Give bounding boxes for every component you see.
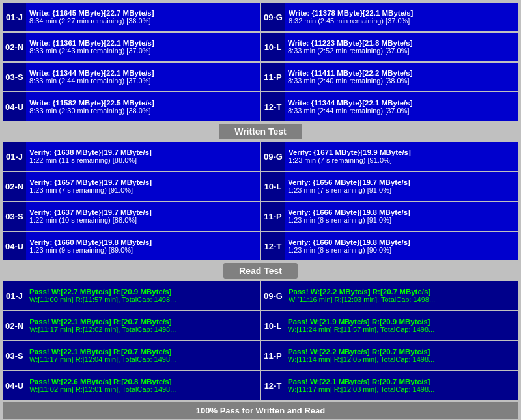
device-line1: Write: {11223 MByte}[21.8 MByte/s] [288,39,515,47]
device-line2: 8:33 min (2:44 min remaining) [37.0%] [288,107,515,115]
device-line2: 8:33 min (2:40 min remaining) [38.0%] [288,77,515,85]
device-cell: 02-NWrite: {11361 MByte}[22.1 MByte/s]8:… [3,33,260,61]
write-header-label: Written Test [219,124,302,139]
device-info: Pass! W:[22.7 MByte/s] R:[20.9 MByte/s]W… [26,281,260,310]
device-info: Verify: {1660 MByte}[19.8 MByte/s]1:23 m… [26,232,260,260]
device-line2: 8:33 min (2:44 min remaining) [37.0%] [29,77,257,85]
device-info: Pass! W:[22.6 MByte/s] R:[20.8 MByte/s]W… [26,371,260,400]
device-cell: 10-LPass! W:[21.9 MByte/s] R:[20.9 MByte… [261,311,518,340]
write-section-header: Written Test [3,124,518,139]
device-label: 04-U [3,232,26,260]
device-label: 01-J [3,281,26,310]
device-line1: Pass! W:[22.6 MByte/s] R:[20.8 MByte/s] [29,378,257,385]
device-label: 12-T [261,92,285,121]
footer-bar: 100% Pass for Written and Read [3,402,518,419]
device-cell: 10-LVerify: {1656 MByte}[19.7 MByte/s]1:… [261,172,518,201]
device-label: 10-L [261,172,285,201]
device-cell: 11-PVerify: {1666 MByte}[19.8 MByte/s]1:… [261,202,518,231]
verify-section: 01-JVerify: {1638 MByte}[19.7 MByte/s]1:… [3,142,518,260]
device-info: Write: {11223 MByte}[21.8 MByte/s]8:33 m… [285,33,518,61]
device-cell: 03-SVerify: {1637 MByte}[19.7 MByte/s]1:… [3,202,260,231]
device-line1: Write: {11344 MByte}[22.1 MByte/s] [29,69,257,77]
device-line1: Verify: {1656 MByte}[19.7 MByte/s] [288,178,515,186]
device-info: Verify: {1638 MByte}[19.7 MByte/s]1:22 m… [26,142,260,171]
device-info: Pass! W:[22.1 MByte/s] R:[20.7 MByte/s]W… [26,311,260,340]
device-line1: Write: {11378 MByte}[22.1 MByte/s] [289,9,515,17]
device-cell: 09-GPass! W:[22.2 MByte/s] R:[20.7 MByte… [261,281,518,310]
read-grid: 01-JPass! W:[22.7 MByte/s] R:[20.9 MByte… [3,281,518,400]
device-line2: 8:33 min (2:52 min remaining) [37.0%] [288,47,515,55]
device-info: Write: {11361 MByte}[22.1 MByte/s]8:33 m… [26,33,260,61]
device-info: Write: {11344 MByte}[22.1 MByte/s]8:33 m… [26,63,260,91]
device-line2: W:[11:16 min] R:[12:03 min], TotalCap: 1… [289,296,515,303]
device-line2: W:[11:17 min] R:[12:04 min], TotalCap: 1… [29,356,257,363]
device-line1: Pass! W:[22.1 MByte/s] R:[20.7 MByte/s] [29,348,257,356]
main-container: 01-JWrite: {11645 MByte}[22.7 MByte/s]8:… [0,0,521,420]
device-label: 01-J [3,142,26,171]
device-label: 11-P [261,341,285,370]
device-label: 03-S [3,341,26,370]
device-line2: 1:22 min (10 s remaining) [88.0%] [29,216,257,224]
device-info: Verify: {1671 MByte}[19.9 MByte/s]1:23 m… [285,142,518,171]
device-line1: Verify: {1657 MByte}[19.7 MByte/s] [29,178,257,186]
device-cell: 04-UPass! W:[22.6 MByte/s] R:[20.8 MByte… [3,371,260,400]
device-info: Pass! W:[21.9 MByte/s] R:[20.9 MByte/s]W… [285,311,518,340]
device-line1: Verify: {1671 MByte}[19.9 MByte/s] [289,148,515,156]
device-label: 02-N [3,311,26,340]
device-info: Verify: {1666 MByte}[19.8 MByte/s]1:23 m… [285,202,518,231]
device-line1: Write: {11411 MByte}[22.2 MByte/s] [288,69,515,77]
device-info: Pass! W:[22.1 MByte/s] R:[20.7 MByte/s]W… [285,371,518,400]
device-info: Pass! W:[22.2 MByte/s] R:[20.7 MByte/s]W… [285,281,518,310]
device-info: Pass! W:[22.1 MByte/s] R:[20.7 MByte/s]W… [26,341,260,370]
device-line2: W:[11:17 min] R:[12:03 min], TotalCap: 1… [288,385,515,393]
device-label: 10-L [261,311,285,340]
device-line1: Pass! W:[22.1 MByte/s] R:[20.7 MByte/s] [288,378,515,385]
read-section: 01-JPass! W:[22.7 MByte/s] R:[20.9 MByte… [3,281,518,400]
device-line1: Write: {11645 MByte}[22.7 MByte/s] [29,9,257,17]
device-line1: Verify: {1660 MByte}[19.8 MByte/s] [29,238,257,246]
device-line1: Verify: {1637 MByte}[19.7 MByte/s] [29,208,257,216]
device-cell: 12-TWrite: {11344 MByte}[22.1 MByte/s]8:… [261,92,518,121]
device-line2: W:[11:17 min] R:[12:02 min], TotalCap: 1… [29,326,257,333]
device-label: 09-G [261,3,285,31]
device-line1: Pass! W:[22.1 MByte/s] R:[20.7 MByte/s] [29,318,257,326]
device-line2: 8:34 min (2:27 min remaining) [38.0%] [29,17,257,25]
device-label: 09-G [261,281,285,310]
device-line1: Write: {11344 MByte}[22.1 MByte/s] [288,99,515,107]
device-label: 02-N [3,172,26,201]
device-cell: 04-UVerify: {1660 MByte}[19.8 MByte/s]1:… [3,232,260,260]
device-label: 03-S [3,63,26,91]
device-line1: Write: {11361 MByte}[22.1 MByte/s] [29,39,257,47]
write-grid: 01-JWrite: {11645 MByte}[22.7 MByte/s]8:… [3,3,518,121]
device-cell: 09-GVerify: {1671 MByte}[19.9 MByte/s]1:… [261,142,518,171]
device-line2: W:[11:00 min] R:[11:57 min], TotalCap: 1… [29,296,257,303]
device-line1: Write: {11582 MByte}[22.5 MByte/s] [29,99,257,107]
device-info: Pass! W:[22.2 MByte/s] R:[20.7 MByte/s]W… [285,341,518,370]
device-line1: Pass! W:[22.7 MByte/s] R:[20.9 MByte/s] [29,288,257,296]
device-line2: 1:23 min (9 s remaining) [89.0%] [29,246,257,254]
device-label: 11-P [261,63,285,91]
write-section: 01-JWrite: {11645 MByte}[22.7 MByte/s]8:… [3,3,518,139]
device-cell: 12-TPass! W:[22.1 MByte/s] R:[20.7 MByte… [261,371,518,400]
device-info: Write: {11582 MByte}[22.5 MByte/s]8:33 m… [26,92,260,121]
device-label: 04-U [3,92,26,121]
device-line1: Verify: {1666 MByte}[19.8 MByte/s] [288,208,515,216]
device-cell: 01-JVerify: {1638 MByte}[19.7 MByte/s]1:… [3,142,260,171]
device-info: Verify: {1660 MByte}[19.8 MByte/s]1:23 m… [285,232,518,260]
device-cell: 01-JPass! W:[22.7 MByte/s] R:[20.9 MByte… [3,281,260,310]
device-line1: Pass! W:[21.9 MByte/s] R:[20.9 MByte/s] [288,318,515,326]
device-line2: 1:23 min (8 s remaining) [90.0%] [288,246,515,254]
device-line2: 1:23 min (7 s remaining) [91.0%] [29,186,257,194]
device-line2: 8:33 min (2:43 min remaining) [37.0%] [29,47,257,55]
device-info: Write: {11378 MByte}[22.1 MByte/s]8:32 m… [285,3,518,31]
device-label: 09-G [261,142,285,171]
verify-grid: 01-JVerify: {1638 MByte}[19.7 MByte/s]1:… [3,142,518,260]
device-info: Verify: {1656 MByte}[19.7 MByte/s]1:23 m… [285,172,518,201]
device-line2: 8:33 min (2:30 min remaining) [38.0%] [29,107,257,115]
device-info: Verify: {1657 MByte}[19.7 MByte/s]1:23 m… [26,172,260,201]
device-cell: 02-NVerify: {1657 MByte}[19.7 MByte/s]1:… [3,172,260,201]
device-cell: 11-PWrite: {11411 MByte}[22.2 MByte/s]8:… [261,63,518,91]
read-header-label: Read Test [223,263,298,279]
device-cell: 01-JWrite: {11645 MByte}[22.7 MByte/s]8:… [3,3,260,31]
device-cell: 03-SWrite: {11344 MByte}[22.1 MByte/s]8:… [3,63,260,91]
